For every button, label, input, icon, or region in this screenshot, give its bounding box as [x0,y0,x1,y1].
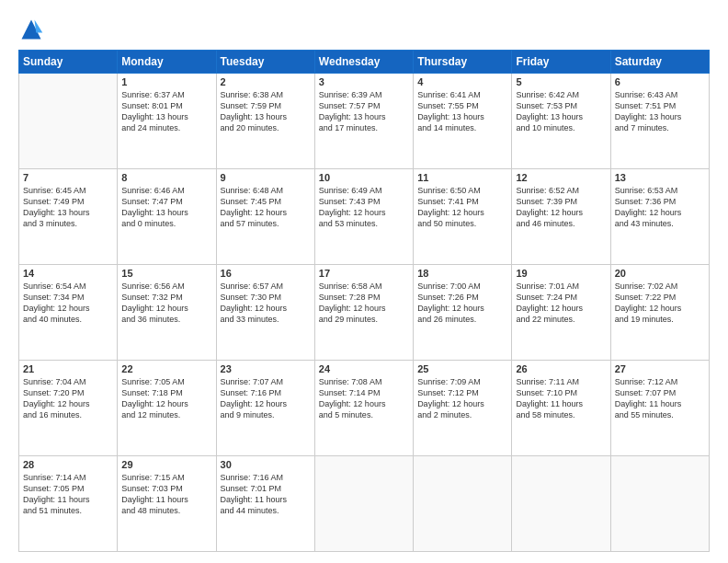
calendar-cell: 2Sunrise: 6:38 AM Sunset: 7:59 PM Daylig… [216,74,314,169]
calendar-cell: 3Sunrise: 6:39 AM Sunset: 7:57 PM Daylig… [314,74,413,169]
calendar-cell: 1Sunrise: 6:37 AM Sunset: 8:01 PM Daylig… [118,74,216,169]
date-number: 2 [221,76,311,87]
cell-info: Sunrise: 6:49 AM Sunset: 7:43 PM Dayligh… [319,185,409,230]
cell-info: Sunrise: 7:14 AM Sunset: 7:05 PM Dayligh… [23,472,113,517]
cell-info: Sunrise: 6:41 AM Sunset: 7:55 PM Dayligh… [417,89,507,134]
cell-info: Sunrise: 7:04 AM Sunset: 7:20 PM Dayligh… [23,376,113,421]
cell-info: Sunrise: 7:15 AM Sunset: 7:03 PM Dayligh… [121,472,211,517]
calendar-cell: 16Sunrise: 6:57 AM Sunset: 7:30 PM Dayli… [216,265,314,361]
date-number: 28 [23,459,113,470]
weekday-header-wednesday: Wednesday [314,51,413,74]
calendar-cell [414,456,512,552]
calendar-cell: 18Sunrise: 7:00 AM Sunset: 7:26 PM Dayli… [414,265,512,361]
calendar-cell: 26Sunrise: 7:11 AM Sunset: 7:10 PM Dayli… [512,361,610,456]
calendar-cell: 27Sunrise: 7:12 AM Sunset: 7:07 PM Dayli… [610,361,709,456]
date-number: 29 [121,459,211,470]
cell-info: Sunrise: 6:43 AM Sunset: 7:51 PM Dayligh… [615,89,705,134]
calendar-table: SundayMondayTuesdayWednesdayThursdayFrid… [18,50,710,552]
header [18,17,710,42]
calendar-cell [19,74,118,169]
date-number: 7 [23,172,113,183]
date-number: 17 [319,268,409,279]
date-number: 25 [417,363,507,374]
cell-info: Sunrise: 7:00 AM Sunset: 7:26 PM Dayligh… [417,281,507,326]
weekday-header-tuesday: Tuesday [216,51,314,74]
calendar-cell: 21Sunrise: 7:04 AM Sunset: 7:20 PM Dayli… [19,361,118,456]
cell-info: Sunrise: 6:39 AM Sunset: 7:57 PM Dayligh… [319,89,409,134]
cell-info: Sunrise: 7:09 AM Sunset: 7:12 PM Dayligh… [417,376,507,421]
calendar-cell [314,456,413,552]
cell-info: Sunrise: 6:56 AM Sunset: 7:32 PM Dayligh… [121,281,211,326]
weekday-header-friday: Friday [512,51,610,74]
cell-info: Sunrise: 7:02 AM Sunset: 7:22 PM Dayligh… [615,281,705,326]
date-number: 12 [516,172,606,183]
week-row-1: 1Sunrise: 6:37 AM Sunset: 8:01 PM Daylig… [19,74,710,169]
date-number: 26 [516,363,606,374]
calendar-cell: 15Sunrise: 6:56 AM Sunset: 7:32 PM Dayli… [118,265,216,361]
cell-info: Sunrise: 7:12 AM Sunset: 7:07 PM Dayligh… [615,376,705,421]
calendar-cell: 5Sunrise: 6:42 AM Sunset: 7:53 PM Daylig… [512,74,610,169]
logo-icon [18,17,44,42]
cell-info: Sunrise: 6:58 AM Sunset: 7:28 PM Dayligh… [319,281,409,326]
cell-info: Sunrise: 7:08 AM Sunset: 7:14 PM Dayligh… [319,376,409,421]
date-number: 5 [516,76,606,87]
cell-info: Sunrise: 6:38 AM Sunset: 7:59 PM Dayligh… [221,89,311,134]
calendar-cell: 7Sunrise: 6:45 AM Sunset: 7:49 PM Daylig… [19,169,118,265]
date-number: 9 [221,172,311,183]
date-number: 3 [319,76,409,87]
weekday-header-saturday: Saturday [610,51,709,74]
cell-info: Sunrise: 6:45 AM Sunset: 7:49 PM Dayligh… [23,185,113,230]
calendar-cell: 30Sunrise: 7:16 AM Sunset: 7:01 PM Dayli… [216,456,314,552]
calendar-cell [610,456,709,552]
weekday-header-sunday: Sunday [19,51,118,74]
date-number: 23 [221,363,311,374]
calendar-cell: 17Sunrise: 6:58 AM Sunset: 7:28 PM Dayli… [314,265,413,361]
date-number: 8 [121,172,211,183]
week-row-4: 21Sunrise: 7:04 AM Sunset: 7:20 PM Dayli… [19,361,710,456]
weekday-header-monday: Monday [118,51,216,74]
date-number: 4 [417,76,507,87]
calendar-cell: 22Sunrise: 7:05 AM Sunset: 7:18 PM Dayli… [118,361,216,456]
cell-info: Sunrise: 7:11 AM Sunset: 7:10 PM Dayligh… [516,376,606,421]
cell-info: Sunrise: 6:42 AM Sunset: 7:53 PM Dayligh… [516,89,606,134]
date-number: 30 [221,459,311,470]
calendar-cell: 10Sunrise: 6:49 AM Sunset: 7:43 PM Dayli… [314,169,413,265]
date-number: 16 [221,268,311,279]
calendar-cell: 8Sunrise: 6:46 AM Sunset: 7:47 PM Daylig… [118,169,216,265]
calendar-cell: 19Sunrise: 7:01 AM Sunset: 7:24 PM Dayli… [512,265,610,361]
cell-info: Sunrise: 6:37 AM Sunset: 8:01 PM Dayligh… [121,89,211,134]
calendar-cell: 23Sunrise: 7:07 AM Sunset: 7:16 PM Dayli… [216,361,314,456]
date-number: 11 [417,172,507,183]
date-number: 1 [121,76,211,87]
date-number: 21 [23,363,113,374]
date-number: 19 [516,268,606,279]
calendar-cell: 4Sunrise: 6:41 AM Sunset: 7:55 PM Daylig… [414,74,512,169]
cell-info: Sunrise: 7:01 AM Sunset: 7:24 PM Dayligh… [516,281,606,326]
calendar-cell: 14Sunrise: 6:54 AM Sunset: 7:34 PM Dayli… [19,265,118,361]
cell-info: Sunrise: 6:50 AM Sunset: 7:41 PM Dayligh… [417,185,507,230]
calendar-cell: 13Sunrise: 6:53 AM Sunset: 7:36 PM Dayli… [610,169,709,265]
week-row-2: 7Sunrise: 6:45 AM Sunset: 7:49 PM Daylig… [19,169,710,265]
calendar-cell: 24Sunrise: 7:08 AM Sunset: 7:14 PM Dayli… [314,361,413,456]
weekday-header-row: SundayMondayTuesdayWednesdayThursdayFrid… [19,51,710,74]
date-number: 15 [121,268,211,279]
date-number: 13 [615,172,705,183]
cell-info: Sunrise: 6:53 AM Sunset: 7:36 PM Dayligh… [615,185,705,230]
cell-info: Sunrise: 7:16 AM Sunset: 7:01 PM Dayligh… [221,472,311,517]
date-number: 14 [23,268,113,279]
calendar-cell: 12Sunrise: 6:52 AM Sunset: 7:39 PM Dayli… [512,169,610,265]
calendar-cell: 11Sunrise: 6:50 AM Sunset: 7:41 PM Dayli… [414,169,512,265]
date-number: 24 [319,363,409,374]
date-number: 20 [615,268,705,279]
calendar-cell: 9Sunrise: 6:48 AM Sunset: 7:45 PM Daylig… [216,169,314,265]
weekday-header-thursday: Thursday [414,51,512,74]
calendar-cell: 25Sunrise: 7:09 AM Sunset: 7:12 PM Dayli… [414,361,512,456]
cell-info: Sunrise: 6:48 AM Sunset: 7:45 PM Dayligh… [221,185,311,230]
logo [18,17,48,42]
week-row-3: 14Sunrise: 6:54 AM Sunset: 7:34 PM Dayli… [19,265,710,361]
date-number: 10 [319,172,409,183]
calendar-cell: 28Sunrise: 7:14 AM Sunset: 7:05 PM Dayli… [19,456,118,552]
date-number: 18 [417,268,507,279]
cell-info: Sunrise: 6:54 AM Sunset: 7:34 PM Dayligh… [23,281,113,326]
date-number: 6 [615,76,705,87]
